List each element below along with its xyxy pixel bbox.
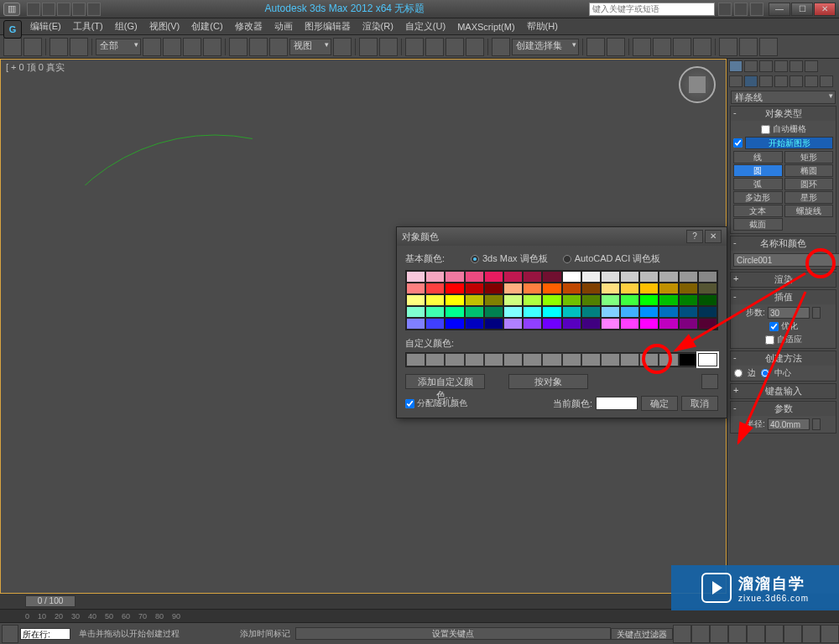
color-swatch[interactable] <box>581 306 601 318</box>
select-icon[interactable] <box>143 38 161 56</box>
color-swatch[interactable] <box>679 271 698 283</box>
add-time-tag[interactable]: 添加时间标记 <box>235 628 295 640</box>
color-swatch[interactable] <box>484 318 503 330</box>
custom-color-swatch[interactable] <box>601 353 620 366</box>
custom-color-swatch[interactable] <box>639 353 659 366</box>
ok-button[interactable]: 确定 <box>641 396 678 411</box>
palette-max-radio[interactable]: 3ds Max 调色板 <box>471 252 548 265</box>
color-swatch[interactable] <box>562 318 581 330</box>
nav-orbit-icon[interactable] <box>802 625 821 643</box>
qat-save-icon[interactable] <box>57 3 70 16</box>
spinner-snap-icon[interactable] <box>466 38 484 56</box>
menu-customize[interactable]: 自定义(U) <box>400 18 451 34</box>
play-icon[interactable] <box>710 625 728 643</box>
dialog-help-button[interactable]: ? <box>686 230 703 243</box>
color-swatch[interactable] <box>445 294 464 306</box>
named-selection-dropdown[interactable]: 创建选择集 <box>512 39 579 55</box>
add-custom-button[interactable]: 添加自定义颜色… <box>405 374 485 389</box>
star-icon[interactable] <box>734 3 748 16</box>
qat-undo-icon[interactable] <box>72 3 86 16</box>
color-swatch[interactable] <box>698 283 717 294</box>
render-frame-icon[interactable] <box>739 38 758 56</box>
shapes-icon[interactable] <box>744 75 758 87</box>
geometry-icon[interactable] <box>729 75 743 87</box>
color-swatch[interactable] <box>425 271 445 283</box>
steps-spinner[interactable] <box>812 307 821 319</box>
color-swatch[interactable] <box>445 271 464 283</box>
custom-color-swatch[interactable] <box>620 353 639 366</box>
color-swatch[interactable] <box>406 294 425 306</box>
btn-arc[interactable]: 弧 <box>733 178 783 190</box>
color-swatch[interactable] <box>406 318 425 330</box>
color-swatch[interactable] <box>639 318 659 330</box>
angle-snap-icon[interactable] <box>425 38 444 56</box>
color-swatch[interactable] <box>562 283 581 294</box>
select-region-icon[interactable] <box>183 38 201 56</box>
modify-tab-icon[interactable] <box>744 60 758 72</box>
color-swatch[interactable] <box>698 271 717 283</box>
btn-line[interactable]: 线 <box>733 151 783 164</box>
align-icon[interactable] <box>607 38 625 56</box>
color-swatch[interactable] <box>542 294 561 306</box>
color-swatch[interactable] <box>698 306 717 318</box>
color-swatch[interactable] <box>601 318 620 330</box>
custom-color-swatch[interactable] <box>523 353 542 366</box>
color-swatch[interactable] <box>523 318 542 330</box>
subcategory-dropdown[interactable]: 样条线 <box>731 91 836 104</box>
edge-radio[interactable] <box>734 369 743 377</box>
color-swatch[interactable] <box>503 306 523 318</box>
rollout-title[interactable]: 对象类型 <box>765 108 802 118</box>
custom-color-swatch[interactable] <box>581 353 601 366</box>
mirror-icon[interactable] <box>586 38 605 56</box>
helpers-icon[interactable] <box>789 75 803 87</box>
color-swatch[interactable] <box>425 306 445 318</box>
selection-filter-dropdown[interactable]: 全部 <box>96 39 141 55</box>
menu-grapheditors[interactable]: 图形编辑器 <box>300 18 356 34</box>
color-swatch[interactable] <box>620 306 639 318</box>
maximize-button[interactable]: ☐ <box>791 3 813 16</box>
app-logo[interactable]: ▥ <box>3 3 20 16</box>
color-swatch[interactable] <box>601 271 620 283</box>
color-swatch[interactable] <box>425 283 445 294</box>
rollout-title[interactable]: 渲染 <box>774 274 793 284</box>
by-object-button[interactable]: 按对象 <box>508 374 588 389</box>
color-swatch[interactable] <box>639 271 659 283</box>
color-swatch[interactable] <box>542 271 561 283</box>
nav-zoom-icon[interactable] <box>784 625 802 643</box>
color-swatch[interactable] <box>484 271 503 283</box>
custom-color-swatch[interactable] <box>562 353 581 366</box>
rollout-title[interactable]: 创建方法 <box>765 353 802 363</box>
custom-color-swatch[interactable] <box>503 353 523 366</box>
color-swatch[interactable] <box>445 306 464 318</box>
display-tab-icon[interactable] <box>789 60 803 72</box>
color-swatch[interactable] <box>659 318 678 330</box>
custom-color-swatch[interactable] <box>425 353 445 366</box>
current-color-swatch[interactable] <box>596 397 638 410</box>
schematic-icon[interactable] <box>673 38 691 56</box>
steps-input[interactable] <box>768 307 810 319</box>
btn-rectangle[interactable]: 矩形 <box>784 151 834 164</box>
rotate-icon[interactable] <box>249 38 268 56</box>
track-bar[interactable]: 0 10 20 30 40 50 60 70 80 90 <box>0 609 839 622</box>
custom-color-swatch[interactable] <box>542 353 561 366</box>
rollout-title[interactable]: 名称和颜色 <box>760 238 806 248</box>
color-swatch[interactable] <box>465 283 484 294</box>
menu-animation[interactable]: 动画 <box>269 18 298 34</box>
rollout-title[interactable]: 参数 <box>774 403 793 413</box>
color-swatch[interactable] <box>542 306 561 318</box>
color-swatch[interactable] <box>406 306 425 318</box>
utilities-tab-icon[interactable] <box>805 60 818 72</box>
color-swatch[interactable] <box>601 306 620 318</box>
setkey-button[interactable]: 设置关键点 <box>295 627 611 640</box>
center-radio[interactable] <box>761 369 769 377</box>
btn-star[interactable]: 星形 <box>784 191 834 204</box>
qat-new-icon[interactable] <box>27 3 40 16</box>
btn-circle[interactable]: 圆 <box>733 164 783 177</box>
window-crossing-icon[interactable] <box>203 38 221 56</box>
hierarchy-tab-icon[interactable] <box>759 60 773 72</box>
render-icon[interactable] <box>759 38 778 56</box>
autogrid-checkbox[interactable] <box>761 125 770 134</box>
material-editor-icon[interactable] <box>693 38 711 56</box>
color-swatch[interactable] <box>465 318 484 330</box>
adaptive-checkbox[interactable] <box>765 335 774 345</box>
